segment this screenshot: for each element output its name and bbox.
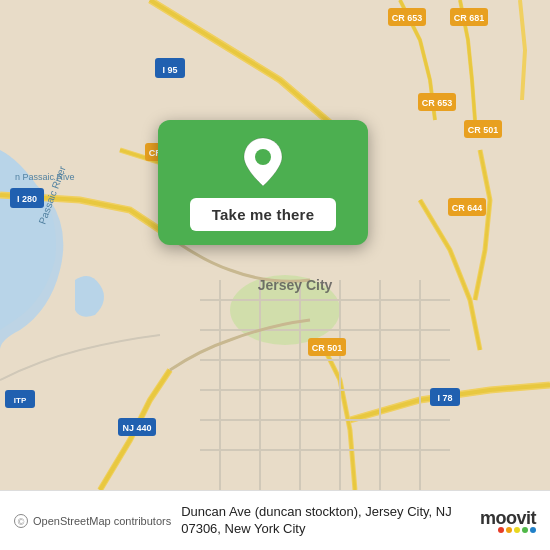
svg-text:CR 653: CR 653	[422, 98, 453, 108]
moovit-dot-2	[506, 527, 512, 533]
svg-text:NJ 440: NJ 440	[122, 423, 151, 433]
moovit-logo: moovit	[480, 508, 536, 533]
bottom-bar: © OpenStreetMap contributors Duncan Ave …	[0, 490, 550, 550]
copyright-icon: ©	[14, 514, 28, 528]
location-pin-icon	[241, 136, 285, 188]
osm-text: OpenStreetMap contributors	[33, 515, 171, 527]
address-line1: Duncan Ave (duncan stockton), Jersey Cit…	[181, 504, 470, 538]
svg-text:Jersey City: Jersey City	[258, 277, 333, 293]
moovit-dot-3	[514, 527, 520, 533]
moovit-dot-4	[522, 527, 528, 533]
osm-attribution: © OpenStreetMap contributors	[14, 514, 171, 528]
svg-text:n Passaic Rive: n Passaic Rive	[15, 172, 75, 182]
address-part2: 07306, New York City	[181, 521, 305, 536]
map-container: I 95 I 280 CR 508 CR 653 CR 681 CR 653 C…	[0, 0, 550, 490]
take-me-there-button[interactable]: Take me there	[190, 198, 336, 231]
moovit-brand-text: moovit	[480, 508, 536, 529]
address-part1: Duncan Ave (duncan stockton), Jersey Cit…	[181, 504, 451, 519]
svg-text:ITP: ITP	[14, 396, 27, 405]
moovit-dot-5	[530, 527, 536, 533]
moovit-dots	[498, 527, 536, 533]
svg-text:CR 644: CR 644	[452, 203, 483, 213]
svg-text:CR 501: CR 501	[312, 343, 343, 353]
svg-point-41	[255, 149, 271, 165]
moovit-dot-1	[498, 527, 504, 533]
svg-text:CR 681: CR 681	[454, 13, 485, 23]
svg-text:I 95: I 95	[162, 65, 177, 75]
svg-text:I 78: I 78	[437, 393, 452, 403]
svg-text:CR 501: CR 501	[468, 125, 499, 135]
map-background: I 95 I 280 CR 508 CR 653 CR 681 CR 653 C…	[0, 0, 550, 490]
svg-text:©: ©	[18, 517, 25, 527]
popup-card: Take me there	[158, 120, 368, 245]
svg-text:CR 653: CR 653	[392, 13, 423, 23]
svg-text:I 280: I 280	[17, 194, 37, 204]
